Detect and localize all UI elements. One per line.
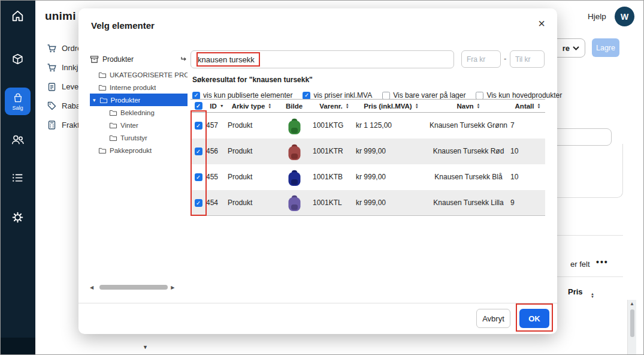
folder-icon: [109, 109, 117, 116]
cell-pris: kr 999,00: [356, 139, 427, 164]
sort-desc-icon[interactable]: ▼: [220, 104, 224, 108]
cell-navn: Knausen Tursekk Grønn: [427, 113, 510, 139]
cell-varenr: 1001KTR: [313, 139, 356, 164]
nav-item-innkj[interactable]: Innkj: [47, 58, 81, 77]
filter-checkbox[interactable]: Vis bare varer på lager: [382, 91, 465, 100]
row-checkbox[interactable]: ✓: [195, 199, 202, 207]
scroll-up-icon[interactable]: ▲: [630, 301, 634, 306]
hscroll-track[interactable]: [99, 285, 168, 290]
tree-root-label: Produkter: [102, 55, 134, 64]
nav-item-raba[interactable]: Raba: [47, 96, 81, 115]
more-menu[interactable]: •••: [596, 257, 609, 267]
rail: Salg: [0, 0, 35, 355]
bag-icon: [12, 92, 24, 104]
scroll-right-icon[interactable]: ▶: [171, 285, 174, 290]
bg-pris-header[interactable]: Pris: [568, 287, 583, 296]
cell-varenr: 1001KTG: [313, 113, 356, 139]
row-checkbox[interactable]: ✓: [195, 122, 202, 130]
tree-panel: Produkter UKATEGORISERTE PRODUKTERIntern…: [90, 53, 188, 283]
cell-varenr: 1001KTL: [313, 190, 356, 216]
cell-pris: kr 1 125,00: [356, 113, 427, 139]
cell-pris: kr 999,00: [356, 190, 427, 216]
product-row-457[interactable]: ✓457Produkt1001KTGkr 1 125,00Knausen Tur…: [191, 113, 545, 139]
nav-item-ordre[interactable]: Ordre: [47, 38, 81, 58]
cell-id: 454: [206, 190, 228, 216]
price-from-input[interactable]: [461, 50, 501, 68]
column-header[interactable]: Navn▲▼: [427, 100, 510, 113]
tree-item-interne-produkt[interactable]: Interne produkt: [90, 81, 188, 94]
column-header[interactable]: Varenr.▲▼: [313, 100, 356, 113]
search-input[interactable]: [191, 50, 454, 68]
sort-icon[interactable]: ▲▼: [346, 103, 349, 109]
bottom-dropdown-icon[interactable]: ▼: [143, 344, 148, 350]
brand: unimi: [45, 10, 76, 23]
sort-icon[interactable]: ▲▼: [477, 103, 480, 109]
home-icon[interactable]: [10, 8, 25, 23]
column-header[interactable]: Antall▲▼: [510, 100, 545, 113]
help-link[interactable]: Hjelp: [588, 12, 606, 21]
column-header[interactable]: Arkiv type▲▼: [228, 100, 276, 113]
chevron-down-icon: [573, 46, 579, 50]
tree-item-label: Vinter: [120, 122, 138, 129]
sort-icon[interactable]: ▲▼: [537, 103, 541, 109]
tree-hscrollbar[interactable]: ◀ ▶: [90, 283, 188, 291]
product-row-454[interactable]: ✓454Produkt1001KTLkr 999,00Knausen Turse…: [191, 190, 545, 216]
salg-tile[interactable]: Salg: [5, 88, 31, 115]
folder-icon: [98, 71, 107, 79]
folder-icon: [98, 147, 107, 154]
cell-bilde: [276, 113, 313, 139]
gear-icon[interactable]: [10, 210, 25, 225]
avatar[interactable]: W: [615, 7, 634, 26]
ok-button[interactable]: OK: [519, 309, 549, 328]
nav-item-frakt[interactable]: Frakt: [47, 115, 81, 134]
filter-row: ✓vis kun publiserte elementer✓vis priser…: [192, 91, 562, 100]
tree-item-vinter[interactable]: Vinter: [90, 119, 188, 131]
filter-checkbox[interactable]: ✓vis priser inkl.MVA: [303, 91, 372, 100]
save-button[interactable]: Lagre: [592, 38, 619, 57]
cell-antall: 10: [510, 164, 545, 190]
sort-icon[interactable]: ▲▼: [268, 103, 271, 109]
close-icon[interactable]: ×: [538, 17, 545, 31]
background-nav: OrdreInnkjLeverRabaFrakt: [47, 38, 81, 134]
sort-icon[interactable]: ▲▼: [415, 103, 419, 109]
cell-id: 457: [206, 113, 228, 139]
select-all-checkbox[interactable]: ✓: [195, 102, 202, 110]
results-table: ✓ID▼Arkiv type▲▼BildeVarenr.▲▼Pris (inkl…: [191, 99, 545, 216]
filter-label: vis priser inkl.MVA: [313, 91, 372, 100]
scroll-thumb[interactable]: [630, 309, 634, 337]
checkbox-icon[interactable]: ✓: [303, 92, 310, 100]
scroll-left-icon[interactable]: ◀: [90, 285, 93, 290]
list-icon[interactable]: [10, 170, 25, 185]
checkbox-icon[interactable]: ✓: [192, 92, 200, 100]
tree-item-pakkeprodukt[interactable]: Pakkeprodukt: [90, 144, 188, 157]
tree-item-ukategoriserte-produkter[interactable]: UKATEGORISERTE PRODUKTER: [90, 68, 188, 81]
row-checkbox[interactable]: ✓: [195, 173, 202, 181]
tree-root[interactable]: Produkter: [90, 53, 188, 66]
cancel-button[interactable]: Avbryt: [476, 309, 510, 328]
tree-item-turutstyr[interactable]: Turutstyr: [90, 131, 188, 144]
product-row-455[interactable]: ✓455Produkt1001KTBkr 999,00Knausen Turse…: [191, 164, 545, 190]
cell-arkiv-type: Produkt: [228, 139, 276, 164]
price-to-input[interactable]: [510, 50, 545, 68]
cell-navn: Knausen Tursekk Lilla: [427, 190, 510, 216]
filter-checkbox[interactable]: ✓vis kun publiserte elementer: [192, 91, 292, 100]
cell-navn: Knausen Tursekk Rød: [427, 139, 510, 164]
column-header[interactable]: Bilde: [276, 100, 313, 113]
checkbox-icon[interactable]: [476, 92, 483, 100]
row-checkbox[interactable]: ✓: [195, 148, 202, 155]
column-header[interactable]: ID▼: [206, 100, 228, 113]
product-row-456[interactable]: ✓456Produkt1001KTRkr 999,00Knausen Turse…: [191, 139, 545, 164]
tree-item-bekledning[interactable]: Bekledning: [90, 106, 188, 119]
checkbox-icon[interactable]: [382, 92, 390, 100]
nav-item-lever[interactable]: Lever: [47, 77, 81, 96]
package-icon[interactable]: [10, 52, 25, 67]
collapse-all-icon[interactable]: [180, 56, 188, 63]
filter-checkbox[interactable]: Vis kun hovedprodukter: [476, 91, 562, 100]
cell-antall: 9: [510, 190, 545, 216]
people-icon[interactable]: [10, 132, 25, 147]
tree-item-produkter[interactable]: ▾Produkter: [90, 94, 188, 106]
bg-pris-sort[interactable]: ▲▼: [591, 287, 594, 299]
tree-item-label: UKATEGORISERTE PRODUKTER: [110, 71, 188, 79]
right-scrollbar[interactable]: ▲: [627, 300, 636, 355]
column-header[interactable]: Pris (inkl.MVA)▲▼: [356, 100, 427, 113]
